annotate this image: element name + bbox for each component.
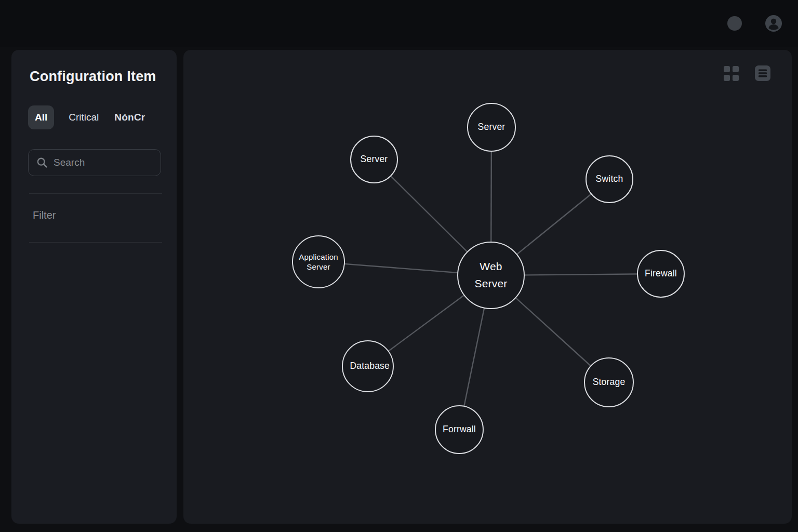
filter-label: Filter: [33, 209, 177, 221]
graph-node-server-left[interactable]: Server: [350, 136, 398, 183]
search-icon: [36, 156, 48, 169]
sidebar-divider: [29, 242, 162, 243]
graph-node-forrwall[interactable]: Forrwall: [435, 405, 484, 454]
search-input[interactable]: [54, 157, 153, 168]
top-bar-actions: [727, 0, 782, 47]
graph-node-label: Database: [350, 360, 385, 373]
graph-node-label: Firewall: [644, 268, 677, 280]
graph-node-label: Application Server: [296, 252, 341, 272]
topology-panel: Web ServerServerServerSwitchFirewallStor…: [183, 50, 792, 524]
graph-node-database[interactable]: Database: [342, 340, 394, 392]
graph-node-label: Storage: [592, 376, 626, 389]
user-avatar-icon: [765, 15, 782, 32]
graph-node-firewall[interactable]: Firewall: [637, 250, 685, 298]
status-dot-icon[interactable]: [727, 16, 742, 31]
filter-tabs: All Critical NónCr: [28, 105, 177, 129]
graph-node-label: Web Server: [471, 258, 511, 292]
graph-node-label: Server: [357, 153, 390, 166]
page-title: Configuration Item: [30, 69, 177, 85]
user-avatar-button[interactable]: [765, 15, 782, 32]
topology-graph: Web ServerServerServerSwitchFirewallStor…: [183, 50, 792, 524]
graph-node-storage[interactable]: Storage: [584, 357, 634, 407]
graph-node-server-top[interactable]: Server: [467, 103, 516, 152]
graph-node-label: Forrwall: [443, 423, 476, 436]
graph-node-label: Server: [475, 121, 509, 134]
tab-all[interactable]: All: [28, 105, 54, 129]
graph-node-switch[interactable]: Switch: [586, 155, 633, 203]
search-box[interactable]: [28, 149, 161, 176]
tab-noncr[interactable]: NónCr: [113, 105, 146, 129]
graph-node-label: Switch: [593, 173, 626, 185]
sidebar-panel: Configuration Item All Critical NónCr Fi…: [11, 50, 177, 524]
graph-node-web-server[interactable]: Web Server: [457, 242, 525, 309]
graph-node-application-server[interactable]: Application Server: [292, 235, 345, 288]
sidebar-divider: [29, 193, 162, 194]
tab-critical[interactable]: Critical: [68, 105, 100, 129]
top-bar: [0, 0, 798, 47]
